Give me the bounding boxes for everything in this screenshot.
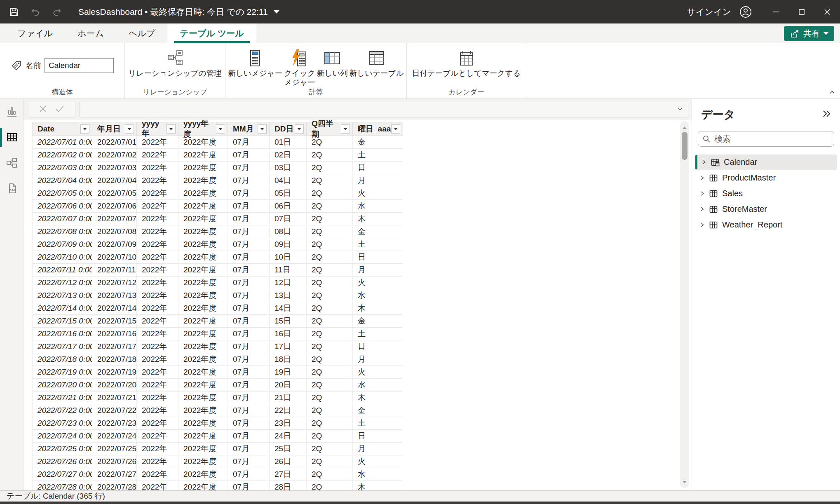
- table-cell[interactable]: 26日: [270, 455, 307, 468]
- table-row[interactable]: 2022/07/27 0:00:002022/07/272022年2022年度0…: [32, 468, 403, 481]
- column-header-Date[interactable]: Date: [32, 122, 92, 136]
- table-cell[interactable]: 2022年度: [178, 264, 228, 277]
- table-cell[interactable]: 土: [353, 238, 403, 251]
- table-cell[interactable]: 2022年: [137, 455, 178, 468]
- report-view-button[interactable]: [0, 99, 23, 124]
- table-cell[interactable]: 水: [353, 200, 403, 213]
- data-pane-table-Weather_Report[interactable]: Weather_Report: [695, 217, 837, 232]
- table-cell[interactable]: 07日: [270, 213, 307, 225]
- table-cell[interactable]: 2022/07/25: [92, 443, 137, 455]
- table-cell[interactable]: 2022年: [137, 353, 178, 366]
- table-cell[interactable]: 2022年度: [178, 238, 228, 251]
- table-cell[interactable]: 木: [353, 213, 403, 225]
- table-cell[interactable]: 2022/07/10 0:00:00: [32, 251, 92, 264]
- table-cell[interactable]: 2022年: [137, 366, 178, 379]
- table-cell[interactable]: 2022年: [137, 430, 178, 443]
- ribbon-tab-ファイル[interactable]: ファイル: [5, 23, 65, 43]
- table-cell[interactable]: 2Q: [307, 277, 353, 289]
- table-cell[interactable]: 2022年度: [178, 353, 228, 366]
- table-cell[interactable]: 2022/07/03 0:00:00: [32, 162, 92, 174]
- table-cell[interactable]: 2022/07/08 0:00:00: [32, 225, 92, 238]
- model-view-button[interactable]: [0, 150, 23, 176]
- table-cell[interactable]: 2022/07/16 0:00:00: [32, 328, 92, 340]
- table-cell[interactable]: 2022/07/20: [92, 379, 137, 391]
- table-cell[interactable]: 2022年: [137, 379, 178, 391]
- table-cell[interactable]: 月: [353, 443, 403, 455]
- collapse-pane-icon[interactable]: [821, 109, 832, 120]
- table-cell[interactable]: 2022/07/26 0:00:00: [32, 455, 92, 468]
- table-cell[interactable]: 07月: [228, 404, 270, 417]
- table-cell[interactable]: 2022年度: [178, 417, 228, 430]
- search-input[interactable]: [714, 134, 830, 144]
- table-cell[interactable]: 2Q: [307, 213, 353, 225]
- table-row[interactable]: 2022/07/14 0:00:002022/07/142022年2022年度0…: [32, 302, 403, 315]
- table-cell[interactable]: 20日: [270, 379, 307, 391]
- filter-dropdown-icon[interactable]: [80, 124, 89, 134]
- table-cell[interactable]: 21日: [270, 391, 307, 404]
- table-cell[interactable]: 2022/07/15: [92, 315, 137, 328]
- table-cell[interactable]: 2Q: [307, 251, 353, 264]
- data-pane-table-Calendar[interactable]: Calendar: [695, 155, 837, 170]
- table-row[interactable]: 2022/07/25 0:00:002022/07/252022年2022年度0…: [32, 443, 403, 455]
- table-cell[interactable]: 07月: [228, 391, 270, 404]
- table-cell[interactable]: 2022年度: [178, 213, 228, 225]
- table-cell[interactable]: 14日: [270, 302, 307, 315]
- chevron-right-icon[interactable]: [699, 222, 705, 227]
- search-box[interactable]: [698, 131, 834, 147]
- ribbon-tab-テーブル ツール[interactable]: テーブル ツール: [167, 23, 256, 43]
- table-cell[interactable]: 2022/07/07: [92, 213, 137, 225]
- table-row[interactable]: 2022/07/09 0:00:002022/07/092022年2022年度0…: [32, 238, 403, 251]
- table-cell[interactable]: 2022年: [137, 468, 178, 481]
- table-cell[interactable]: 02日: [270, 149, 307, 162]
- table-cell[interactable]: 18日: [270, 353, 307, 366]
- table-cell[interactable]: 2022/07/27: [92, 468, 137, 481]
- table-row[interactable]: 2022/07/15 0:00:002022/07/152022年2022年度0…: [32, 315, 403, 328]
- table-cell[interactable]: 11日: [270, 264, 307, 277]
- chevron-right-icon[interactable]: [699, 191, 705, 196]
- table-cell[interactable]: 2022/07/16: [92, 328, 137, 340]
- table-cell[interactable]: 07月: [228, 430, 270, 443]
- table-cell[interactable]: 火: [353, 455, 403, 468]
- table-row[interactable]: 2022/07/10 0:00:002022/07/102022年2022年度0…: [32, 251, 403, 264]
- filter-dropdown-icon[interactable]: [391, 124, 400, 134]
- table-cell[interactable]: 2022年: [137, 213, 178, 225]
- table-cell[interactable]: 07月: [228, 417, 270, 430]
- table-cell[interactable]: 2022/07/19: [92, 366, 137, 379]
- table-cell[interactable]: 2022年度: [178, 315, 228, 328]
- table-cell[interactable]: 2022/07/05: [92, 187, 137, 200]
- expand-formula-bar-icon[interactable]: [676, 106, 684, 113]
- table-row[interactable]: 2022/07/18 0:00:002022/07/182022年2022年度0…: [32, 353, 403, 366]
- table-cell[interactable]: 07月: [228, 200, 270, 213]
- filter-dropdown-icon[interactable]: [341, 124, 350, 134]
- table-cell[interactable]: 2Q: [307, 187, 353, 200]
- table-cell[interactable]: 2022年度: [178, 162, 228, 174]
- table-cell[interactable]: 木: [353, 302, 403, 315]
- column-header-年月日[interactable]: 年月日: [92, 122, 137, 136]
- table-cell[interactable]: 19日: [270, 366, 307, 379]
- table-cell[interactable]: 2Q: [307, 328, 353, 340]
- table-cell[interactable]: 2022年度: [178, 443, 228, 455]
- table-cell[interactable]: 2022年: [137, 251, 178, 264]
- table-cell[interactable]: 月: [353, 353, 403, 366]
- table-cell[interactable]: 13日: [270, 289, 307, 302]
- table-row[interactable]: 2022/07/16 0:00:002022/07/162022年2022年度0…: [32, 328, 403, 340]
- table-row[interactable]: 2022/07/23 0:00:002022/07/232022年2022年度0…: [32, 417, 403, 430]
- table-cell[interactable]: 2022/07/03: [92, 162, 137, 174]
- table-cell[interactable]: 2022年: [137, 328, 178, 340]
- filter-dropdown-icon[interactable]: [125, 124, 134, 134]
- ribbon-tab-ホーム[interactable]: ホーム: [65, 23, 116, 43]
- table-cell[interactable]: 2022年: [137, 340, 178, 353]
- table-cell[interactable]: 25日: [270, 443, 307, 455]
- table-cell[interactable]: 2022年度: [178, 200, 228, 213]
- table-cell[interactable]: 01日: [270, 136, 307, 149]
- table-cell[interactable]: 2022/07/02 0:00:00: [32, 149, 92, 162]
- title-dropdown-icon[interactable]: [274, 10, 279, 14]
- table-cell[interactable]: 2022年度: [178, 225, 228, 238]
- table-cell[interactable]: 2022年: [137, 200, 178, 213]
- table-cell[interactable]: 07月: [228, 149, 270, 162]
- table-cell[interactable]: 2022/07/24 0:00:00: [32, 430, 92, 443]
- table-cell[interactable]: 2Q: [307, 481, 353, 490]
- table-cell[interactable]: 2022/07/13 0:00:00: [32, 289, 92, 302]
- vertical-scrollbar[interactable]: [680, 121, 689, 488]
- table-cell[interactable]: 2022/07/08: [92, 225, 137, 238]
